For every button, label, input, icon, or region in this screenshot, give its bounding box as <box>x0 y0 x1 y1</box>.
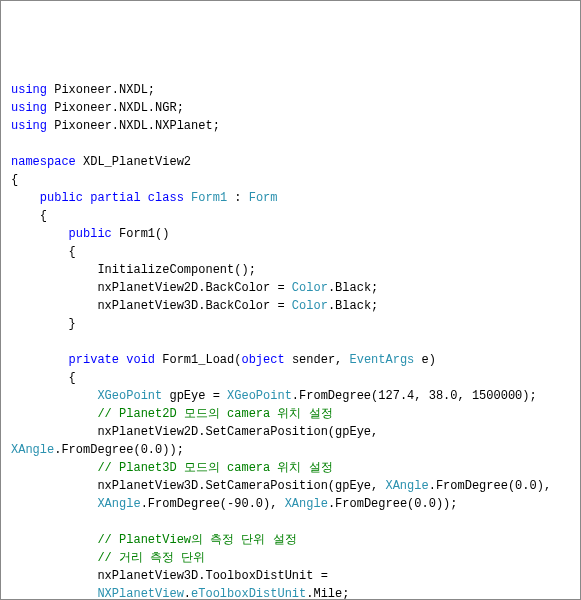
code-token: public <box>40 191 83 205</box>
code-line: { <box>11 243 570 261</box>
code-token: .Mile; <box>306 587 349 600</box>
code-token: Form1() <box>112 227 170 241</box>
code-token: eToolboxDistUnit <box>191 587 306 600</box>
code-token: namespace <box>11 155 76 169</box>
code-token: nxPlanetView2D.BackColor = <box>97 281 291 295</box>
code-line <box>11 513 570 531</box>
code-line: private void Form1_Load(object sender, E… <box>11 351 570 369</box>
code-line: // PlanetView의 측정 단위 설정 <box>11 531 570 549</box>
code-token: { <box>11 173 18 187</box>
code-token: partial <box>90 191 140 205</box>
code-token <box>184 191 191 205</box>
code-token: // Planet3D 모드의 camera 위치 설정 <box>97 461 332 475</box>
code-line: // Planet3D 모드의 camera 위치 설정 <box>11 459 570 477</box>
code-token: } <box>69 317 76 331</box>
code-line: nxPlanetView3D.SetCameraPosition(gpEye, … <box>11 477 570 495</box>
code-token <box>11 515 18 529</box>
code-token: { <box>40 209 47 223</box>
code-line: nxPlanetView2D.SetCameraPosition(gpEye, <box>11 423 570 441</box>
code-line: nxPlanetView3D.BackColor = Color.Black; <box>11 297 570 315</box>
code-token: .Black; <box>328 281 378 295</box>
code-line: { <box>11 369 570 387</box>
code-token: nxPlanetView3D.BackColor = <box>97 299 291 313</box>
code-token: private <box>69 353 119 367</box>
code-token <box>11 335 18 349</box>
code-line: using Pixoneer.NXDL.NXPlanet; <box>11 117 570 135</box>
code-token: InitializeComponent(); <box>97 263 255 277</box>
code-line: using Pixoneer.NXDL; <box>11 81 570 99</box>
code-token: { <box>69 371 76 385</box>
code-line: XAngle.FromDegree(-90.0), XAngle.FromDeg… <box>11 495 570 513</box>
code-token: sender, <box>285 353 350 367</box>
code-token: public <box>69 227 112 241</box>
code-line: InitializeComponent(); <box>11 261 570 279</box>
code-token <box>11 137 18 151</box>
code-token: Pixoneer.NXDL.NXPlanet; <box>47 119 220 133</box>
code-token: Color <box>292 281 328 295</box>
code-token: XAngle <box>385 479 428 493</box>
code-token: Pixoneer.NXDL.NGR; <box>47 101 184 115</box>
code-line: nxPlanetView3D.ToolboxDistUnit = <box>11 567 570 585</box>
code-line: { <box>11 207 570 225</box>
code-token: using <box>11 101 47 115</box>
code-token: class <box>148 191 184 205</box>
code-token: Form <box>249 191 278 205</box>
code-line: public Form1() <box>11 225 570 243</box>
code-token: void <box>126 353 155 367</box>
code-block: using Pixoneer.NXDL;using Pixoneer.NXDL.… <box>11 81 570 600</box>
code-token: // PlanetView의 측정 단위 설정 <box>97 533 296 547</box>
code-token: .FromDegree(0.0)); <box>54 443 184 457</box>
code-token: XAngle <box>11 443 54 457</box>
code-token: // Planet2D 모드의 camera 위치 설정 <box>97 407 332 421</box>
code-token: Form1 <box>191 191 227 205</box>
code-token: Form1_Load( <box>155 353 241 367</box>
code-line <box>11 333 570 351</box>
code-token: XGeoPoint <box>227 389 292 403</box>
code-line: // Planet2D 모드의 camera 위치 설정 <box>11 405 570 423</box>
code-token: nxPlanetView3D.ToolboxDistUnit = <box>97 569 335 583</box>
code-line: public partial class Form1 : Form <box>11 189 570 207</box>
code-token: object <box>241 353 284 367</box>
code-token: nxPlanetView2D.SetCameraPosition(gpEye, <box>97 425 385 439</box>
code-token: . <box>184 587 191 600</box>
code-token <box>141 191 148 205</box>
code-line: namespace XDL_PlanetView2 <box>11 153 570 171</box>
code-token: XGeoPoint <box>97 389 162 403</box>
code-token: .FromDegree(0.0), <box>429 479 559 493</box>
code-line: } <box>11 315 570 333</box>
code-token: .FromDegree(-90.0), <box>141 497 285 511</box>
code-token: // 거리 측정 단위 <box>97 551 205 565</box>
code-line: using Pixoneer.NXDL.NGR; <box>11 99 570 117</box>
code-line: { <box>11 171 570 189</box>
code-token: .FromDegree(0.0)); <box>328 497 458 511</box>
code-line: // 거리 측정 단위 <box>11 549 570 567</box>
code-line: XGeoPoint gpEye = XGeoPoint.FromDegree(1… <box>11 387 570 405</box>
code-line: XAngle.FromDegree(0.0)); <box>11 441 570 459</box>
code-token: { <box>69 245 76 259</box>
code-token: .Black; <box>328 299 378 313</box>
code-line <box>11 135 570 153</box>
code-token: using <box>11 83 47 97</box>
code-line: nxPlanetView2D.BackColor = Color.Black; <box>11 279 570 297</box>
code-token: EventArgs <box>350 353 415 367</box>
code-token: XAngle <box>285 497 328 511</box>
code-token: Pixoneer.NXDL; <box>47 83 155 97</box>
code-line: NXPlanetView.eToolboxDistUnit.Mile; <box>11 585 570 600</box>
code-token: XAngle <box>97 497 140 511</box>
code-token: using <box>11 119 47 133</box>
code-token: XDL_PlanetView2 <box>76 155 191 169</box>
code-token: e) <box>414 353 436 367</box>
code-token: gpEye = <box>162 389 227 403</box>
code-token: .FromDegree(127.4, 38.0, 1500000); <box>292 389 537 403</box>
code-token: nxPlanetView3D.SetCameraPosition(gpEye, <box>97 479 385 493</box>
code-token: NXPlanetView <box>97 587 183 600</box>
code-token: Color <box>292 299 328 313</box>
code-token: : <box>227 191 249 205</box>
